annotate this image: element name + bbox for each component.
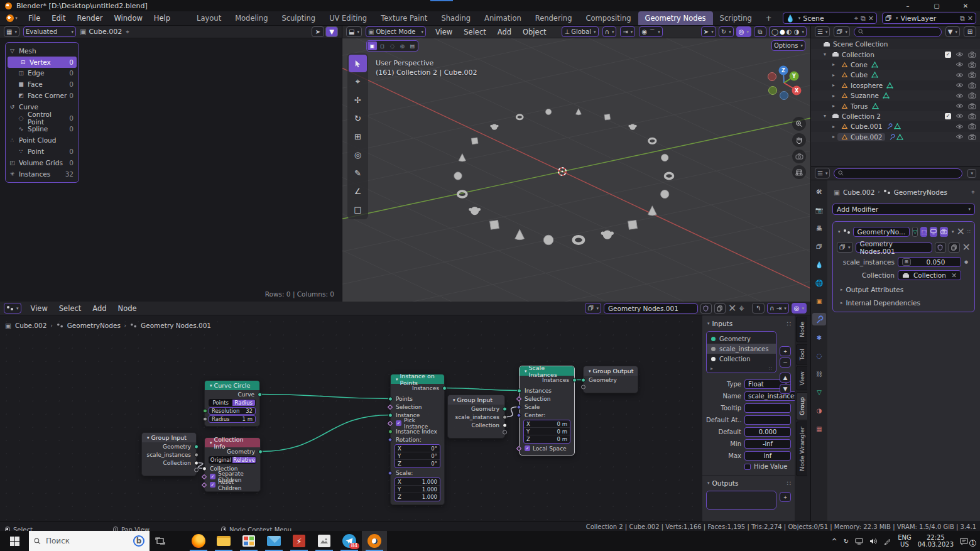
sidebar-tab-node-wrangler[interactable]: Node Wrangler (796, 422, 807, 476)
disable-render-camera-icon[interactable] (968, 52, 976, 58)
hide-eye-icon[interactable] (956, 113, 964, 119)
checkbox-checked[interactable]: ✓ (210, 474, 215, 479)
snap-node-icon[interactable]: ∩ ⇥▾ (767, 303, 788, 314)
node-group-input-2[interactable]: ▾Group InputGeometryscale_instancesColle… (447, 395, 505, 439)
fake-user-shield-icon[interactable] (700, 303, 712, 314)
tool-transform-icon[interactable]: ◎ (349, 146, 367, 163)
workspace-tab-modeling[interactable]: Modeling (228, 11, 275, 25)
tab-modifiers-icon[interactable] (812, 313, 826, 325)
outliner-filter-icon[interactable]: ▼▾ (945, 26, 960, 37)
expand-arrow-icon[interactable]: ▾ (824, 113, 831, 119)
node-instance-on-points[interactable]: ▾Instance on PointsInstancesPointsSelect… (390, 374, 445, 505)
decorator-dot-icon[interactable]: ● (964, 259, 971, 265)
tool-scale-icon[interactable]: ⊞ (349, 128, 367, 145)
list-drag-icon[interactable]: ∷ (769, 366, 772, 371)
collection-checkbox[interactable]: ✓ (945, 52, 951, 58)
expand-arrow-icon[interactable]: ▸ (832, 103, 840, 109)
modifier-cage-toggle[interactable]: ⬚ (920, 227, 927, 237)
toggle-points-radius[interactable]: PointsRadius (209, 399, 256, 406)
disable-render-camera-icon[interactable] (968, 103, 976, 109)
group-input-item-Geometry[interactable]: Geometry (707, 334, 776, 344)
param-collection-field[interactable]: Collection ✕ (898, 270, 961, 280)
properties-search-input[interactable] (834, 168, 962, 178)
viewlayer-selector[interactable]: 🗇▾ ViewLayer ⧉ ✕ (882, 13, 976, 24)
tab-render-icon[interactable]: 📷 (812, 204, 826, 216)
outliner-row-icosphere[interactable]: ▸Icosphere (811, 80, 980, 90)
param-scale-instances-field[interactable]: ⊞ 0.050 (898, 257, 961, 267)
field-tooltip[interactable] (744, 403, 791, 413)
vec-socket[interactable] (388, 437, 393, 442)
outliner-row-collection-2[interactable]: ▾Collection 2✓ (811, 111, 980, 121)
hide-eye-icon[interactable] (956, 72, 964, 78)
geometry-node-editor[interactable]: ▾ ViewSelectAddNode 🗇▾ Geometry Nodes.00… (0, 302, 810, 521)
options-dropdown[interactable]: Options▾ (771, 40, 805, 51)
expand-arrow-icon[interactable]: ▸ (832, 124, 840, 129)
vec-socket[interactable] (516, 404, 521, 409)
tool-rotate-icon[interactable]: ↻ (349, 109, 367, 127)
geo-socket[interactable] (581, 378, 585, 382)
sidebar-tab-group[interactable]: Group (796, 392, 807, 420)
diamond-socket[interactable] (516, 396, 521, 401)
vector-field[interactable]: X0°Y0°Z0° (395, 444, 440, 468)
disable-render-camera-icon[interactable] (968, 134, 976, 140)
outliner-display-mode-icon[interactable]: ☰▾ (815, 26, 830, 37)
node-menu-select[interactable]: Select (53, 302, 87, 315)
expand-arrow-icon[interactable]: ▸ (832, 62, 840, 67)
workspace-tab-sculpting[interactable]: Sculpting (275, 11, 322, 25)
tool-select-icon[interactable] (349, 55, 367, 72)
disable-render-camera-icon[interactable] (968, 62, 976, 68)
socket[interactable] (203, 409, 207, 413)
geo-socket[interactable] (517, 388, 521, 393)
tab-world-icon[interactable]: 🌐 (812, 276, 826, 289)
node-group-output[interactable]: ▾Group OutputGeometry (583, 366, 638, 393)
field-resolution[interactable]: Resolution32 (209, 407, 256, 415)
hide-eye-icon[interactable] (956, 62, 964, 67)
viewport-menu-object[interactable]: Object (517, 26, 552, 38)
taskbar-app-explorer[interactable] (211, 531, 236, 551)
copy-icon[interactable]: ⧉ (861, 14, 866, 23)
node-curve-circle[interactable]: ▾Curve CircleCurvePointsRadiusResolution… (204, 380, 260, 427)
hide-eye-icon[interactable] (956, 134, 964, 139)
checkbox-checked[interactable]: ✓ (210, 482, 215, 488)
scene-selector[interactable]: 💧▾ Scene ⌖ ⧉ ✕ (783, 13, 877, 24)
socket[interactable] (516, 445, 521, 450)
expand-arrow-icon[interactable]: ▸ (832, 93, 840, 99)
taskbar-app-firefox[interactable] (186, 531, 211, 551)
snap-toggle-icon[interactable]: ∩▾ (602, 26, 617, 37)
spreadsheet-domain-face-corner[interactable]: ◩Face Corner0 (6, 90, 79, 101)
select-circle-mode[interactable]: ◌ (388, 41, 397, 50)
tray-update-icon[interactable]: ↻ (844, 538, 849, 545)
taskbar-app-store[interactable] (236, 531, 261, 551)
tool-annotate-icon[interactable]: ✎ (349, 164, 367, 182)
pin-icon[interactable]: ⌖ (126, 28, 129, 36)
group-input-item-scale_instances[interactable]: scale_instances (707, 344, 776, 354)
disable-render-camera-icon[interactable] (968, 82, 976, 89)
add-modifier-dropdown[interactable]: Add Modifier▾ (832, 204, 975, 215)
mode-dropdown[interactable]: ▣Object Mode▾ (366, 26, 426, 37)
geo-socket[interactable] (572, 378, 577, 382)
spreadsheet-domain-volume-grids[interactable]: ◰Volume Grids0 (6, 157, 79, 168)
field-min[interactable]: -inf (744, 439, 791, 449)
outliner-row-cube.002[interactable]: ▸Cube.002 (811, 132, 980, 142)
int-socket[interactable] (388, 429, 393, 434)
nodetree-browse-icon[interactable]: 🗇▾ (837, 242, 853, 253)
geo-socket[interactable] (388, 413, 393, 417)
editor-type-3dview-icon[interactable]: ⬓▾ (346, 26, 362, 37)
geo-socket[interactable] (258, 449, 263, 454)
object-visibility-icon[interactable]: ➤▾ (701, 26, 716, 37)
gray-socket[interactable] (194, 452, 199, 457)
tab-particles-icon[interactable]: ✱ (812, 331, 826, 344)
perspective-toggle-icon[interactable] (792, 165, 806, 179)
workspace-tab-+[interactable]: + (759, 11, 779, 25)
menu-file[interactable]: File (23, 12, 46, 25)
taskbar-search-input[interactable]: Поиск b (29, 531, 150, 551)
workspace-tab-rendering[interactable]: Rendering (528, 11, 579, 25)
viewport-menu-select[interactable]: Select (458, 26, 491, 38)
copy-datablock-icon[interactable] (714, 303, 726, 314)
geo-socket[interactable] (442, 386, 447, 390)
geo-socket[interactable] (258, 392, 262, 396)
datasource-dropdown[interactable]: Evaluated▾ (23, 26, 76, 37)
node-scale-instances[interactable]: ▾Scale InstancesInstancesInstancesSelect… (519, 366, 575, 456)
menu-render[interactable]: Render (72, 12, 109, 25)
field-radius[interactable]: Radius1 m (209, 415, 256, 423)
